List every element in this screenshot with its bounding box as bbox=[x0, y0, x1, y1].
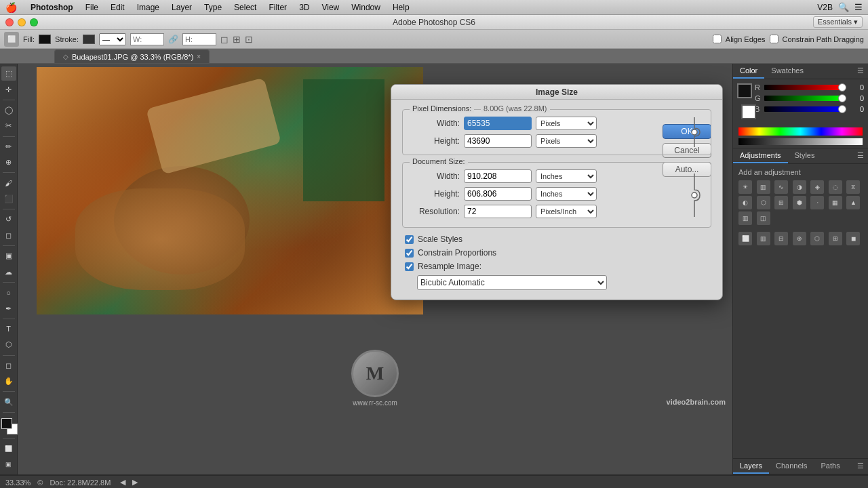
menu-layer[interactable]: Layer bbox=[166, 1, 197, 14]
bg-color-swatch[interactable] bbox=[741, 104, 756, 119]
adj-color-lookup[interactable]: ⬢ bbox=[793, 196, 806, 209]
adj-exposure[interactable]: ◑ bbox=[793, 180, 806, 194]
menu-file[interactable]: File bbox=[80, 1, 104, 14]
adj-2-2[interactable]: ▥ bbox=[757, 232, 770, 245]
fg-color-swatch[interactable] bbox=[737, 83, 752, 98]
resample-method-select[interactable]: Bicubic Automatic Bicubic Bilinear Neare… bbox=[417, 275, 607, 290]
menu-type[interactable]: Type bbox=[199, 1, 227, 14]
tool-hand[interactable]: ✋ bbox=[1, 374, 16, 388]
adj-gradient-map[interactable]: ▥ bbox=[738, 211, 752, 225]
tool-history[interactable]: ↺ bbox=[1, 212, 16, 226]
r-slider[interactable] bbox=[764, 85, 842, 90]
menu-image[interactable]: Image bbox=[132, 1, 165, 14]
maximize-button[interactable] bbox=[30, 18, 38, 26]
tool-lasso[interactable]: ◯ bbox=[1, 103, 16, 117]
menu-photoshop[interactable]: Photoshop bbox=[25, 1, 79, 14]
adj-posterize[interactable]: ▦ bbox=[829, 196, 842, 209]
tab-adjustments[interactable]: Adjustments bbox=[733, 148, 788, 163]
tab-paths[interactable]: Paths bbox=[814, 459, 847, 474]
minimize-button[interactable] bbox=[18, 18, 26, 26]
resolution-unit[interactable]: Pixels/Inch Pixels/cm bbox=[536, 205, 597, 218]
tool-move[interactable]: ✛ bbox=[1, 82, 16, 96]
doc-height-unit[interactable]: Inches cm mm Pixels bbox=[536, 187, 597, 201]
pixel-height-input[interactable] bbox=[464, 134, 532, 148]
pixel-width-unit[interactable]: Pixels Percent bbox=[536, 117, 597, 130]
constrain-path-check[interactable] bbox=[770, 35, 778, 43]
nav-next[interactable]: ▶ bbox=[132, 478, 138, 487]
adj-options-icon[interactable]: ☰ bbox=[853, 148, 868, 163]
menu-select[interactable]: Select bbox=[229, 1, 262, 14]
constrain-proportions-checkbox[interactable] bbox=[405, 249, 414, 258]
tool-text[interactable]: T bbox=[1, 322, 16, 336]
adj-color-balance[interactable]: ⧖ bbox=[846, 180, 860, 194]
tab-swatches[interactable]: Swatches bbox=[764, 64, 810, 79]
tool-heal[interactable]: ⊕ bbox=[1, 155, 16, 169]
doc-width-input[interactable] bbox=[464, 169, 532, 183]
tab-color[interactable]: Color bbox=[733, 64, 764, 79]
align-edges-check[interactable] bbox=[713, 35, 722, 43]
foreground-color-swatch[interactable] bbox=[1, 418, 12, 429]
adj-threshold[interactable]: ▲ bbox=[846, 196, 860, 209]
adj-levels[interactable]: ▥ bbox=[757, 180, 770, 194]
tool-crop[interactable]: ✂ bbox=[1, 119, 16, 133]
panel-options-icon[interactable]: ☰ bbox=[853, 64, 868, 79]
menu-3d[interactable]: 3D bbox=[294, 1, 315, 14]
adj-invert[interactable]: ⬞ bbox=[810, 196, 824, 209]
tool-path[interactable]: ⬡ bbox=[1, 338, 16, 352]
adj-2-6[interactable]: ⊞ bbox=[829, 232, 842, 245]
adj-vibrance[interactable]: ◈ bbox=[810, 180, 824, 194]
tool-eyedropper[interactable]: ✏ bbox=[1, 140, 16, 154]
adj-2-3[interactable]: ⊟ bbox=[774, 232, 788, 245]
g-slider[interactable] bbox=[764, 96, 842, 101]
adj-curves[interactable]: ∿ bbox=[774, 180, 788, 194]
tool-stamp[interactable]: ⬛ bbox=[1, 192, 16, 206]
tool-mask[interactable]: ⬜ bbox=[1, 441, 16, 455]
tab-layers[interactable]: Layers bbox=[733, 459, 769, 474]
tool-selection[interactable]: ⬚ bbox=[1, 66, 16, 81]
search-icon[interactable]: 🔍 bbox=[838, 2, 849, 12]
tool-brush[interactable]: 🖌 bbox=[1, 176, 16, 190]
tool-shape[interactable]: ◻ bbox=[1, 359, 16, 373]
menu-filter[interactable]: Filter bbox=[263, 1, 292, 14]
tool-pen[interactable]: ✒ bbox=[1, 301, 16, 315]
resample-image-checkbox[interactable] bbox=[405, 262, 414, 271]
nav-prev[interactable]: ◀ bbox=[120, 478, 125, 487]
adj-2-7[interactable]: ◼ bbox=[846, 232, 860, 245]
tool-eraser[interactable]: ◻ bbox=[1, 228, 16, 243]
doc-height-input[interactable] bbox=[464, 187, 532, 201]
layers-options-icon[interactable]: ☰ bbox=[853, 459, 868, 474]
options-icon[interactable]: ☰ bbox=[854, 2, 863, 12]
height-input[interactable] bbox=[182, 33, 216, 45]
tool-gradient[interactable]: ▣ bbox=[1, 249, 16, 263]
tool-zoom[interactable]: 🔍 bbox=[1, 394, 16, 409]
close-button[interactable] bbox=[5, 18, 14, 26]
adj-2-5[interactable]: ⬡ bbox=[810, 232, 824, 245]
stroke-select[interactable]: — bbox=[99, 33, 126, 45]
tool-screen-mode[interactable]: ▣ bbox=[1, 457, 16, 471]
color-swatches[interactable] bbox=[1, 418, 16, 435]
adj-2-1[interactable]: ⬜ bbox=[738, 232, 752, 245]
adj-channel-mixer[interactable]: ⊞ bbox=[774, 196, 788, 209]
b-slider[interactable] bbox=[764, 106, 842, 112]
adj-hsl[interactable]: ◌ bbox=[829, 180, 842, 194]
tool-blur[interactable]: ☁ bbox=[1, 264, 16, 279]
document-tab[interactable]: ◇ Budapest01.JPG @ 33.3% (RGB/8*) × bbox=[54, 49, 210, 63]
menu-edit[interactable]: Edit bbox=[105, 1, 130, 14]
menu-help[interactable]: Help bbox=[387, 1, 415, 14]
tool-dodge[interactable]: ○ bbox=[1, 285, 16, 300]
menu-window[interactable]: Window bbox=[346, 1, 386, 14]
adj-brightness[interactable]: ☀ bbox=[738, 180, 752, 194]
apple-menu[interactable]: 🍎 bbox=[5, 2, 17, 13]
doc-width-unit[interactable]: Inches cm mm Pixels bbox=[536, 169, 597, 183]
stroke-swatch[interactable] bbox=[83, 35, 95, 44]
fill-swatch[interactable] bbox=[39, 35, 51, 44]
scale-styles-checkbox[interactable] bbox=[405, 235, 414, 244]
brightness-bar[interactable] bbox=[738, 138, 863, 145]
tab-close-button[interactable]: × bbox=[197, 53, 201, 60]
color-spectrum-bar[interactable] bbox=[738, 127, 863, 136]
essentials-dropdown[interactable]: Essentials ▾ bbox=[813, 16, 863, 28]
menu-view[interactable]: View bbox=[316, 1, 344, 14]
width-input[interactable] bbox=[130, 33, 164, 45]
adj-photo-filter[interactable]: ⬡ bbox=[757, 196, 770, 209]
adj-2-4[interactable]: ⊕ bbox=[793, 232, 806, 245]
